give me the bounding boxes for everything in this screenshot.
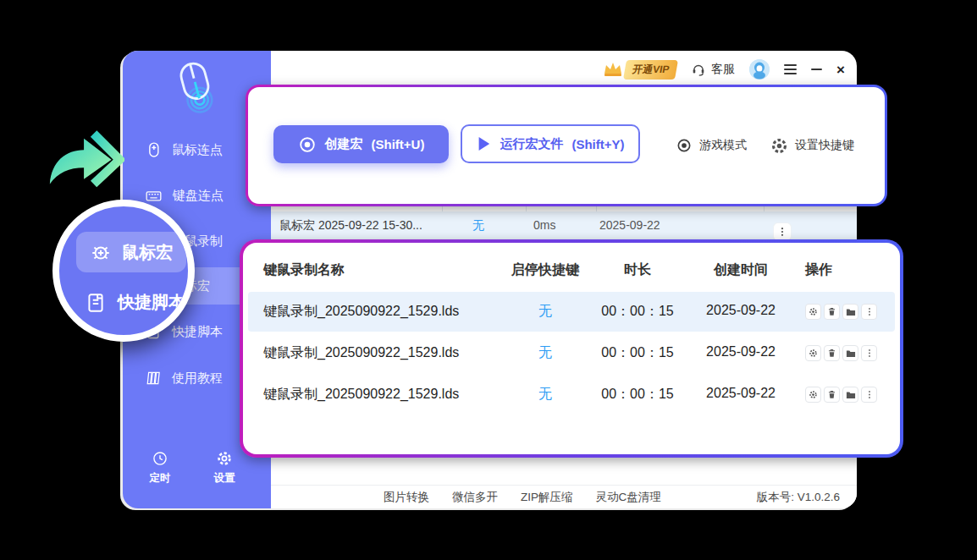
create-macro-label: 创建宏 [325, 136, 363, 152]
sidebar-settings-label: 设置 [214, 471, 235, 486]
kebab-icon[interactable] [861, 345, 877, 361]
recording-row: 键鼠录制_2025090922_1529.lds 无 00：00：15 2025… [248, 375, 895, 415]
set-hotkey-label: 设置快捷键 [795, 138, 854, 153]
footer-link-cdisk-clean[interactable]: 灵动C盘清理 [596, 490, 661, 505]
recording-name: 键鼠录制_2025090922_1529.lds [263, 303, 459, 321]
menu-button[interactable] [784, 64, 797, 74]
script-icon [85, 292, 107, 314]
col-header-name: 键鼠录制名称 [263, 261, 345, 279]
keyboard-icon [145, 187, 163, 204]
gear-icon [216, 450, 233, 467]
kebab-icon[interactable] [861, 304, 877, 320]
trash-icon[interactable] [824, 387, 840, 403]
run-macro-shortcut: (Shift+Y) [571, 137, 624, 151]
kebab-icon[interactable] [861, 387, 877, 403]
gear-icon[interactable] [805, 345, 821, 361]
minimize-button[interactable] [811, 69, 822, 70]
create-macro-shortcut: (Shift+U) [372, 137, 425, 151]
trash-icon[interactable] [824, 345, 840, 361]
stage: 鼠标连点 键盘连点 键鼠录制 鼠标宏 快捷脚本 使用教程 [0, 0, 977, 560]
version-label: 版本号: V1.0.2.6 [757, 486, 840, 508]
bug-macro-icon [90, 241, 112, 263]
game-mode-toggle[interactable]: 游戏模式 [676, 87, 747, 204]
macro-name: 鼠标宏 2025-09-22 15-30... [279, 218, 422, 233]
recording-row: 键鼠录制_2025090922_1529.lds 无 00：00：15 2025… [248, 333, 895, 373]
customer-service-button[interactable]: 客服 [691, 62, 735, 77]
macro-duration: 0ms [533, 218, 555, 232]
run-macro-file-button[interactable]: 运行宏文件 (Shift+Y) [461, 124, 640, 163]
footer-link-image-convert[interactable]: 图片转换 [384, 490, 429, 505]
clock-icon [152, 450, 168, 467]
gear-icon[interactable] [805, 387, 821, 403]
recording-hotkey: 无 [494, 303, 596, 321]
window-footer-bar: 图片转换 微信多开 ZIP解压缩 灵动C盘清理 版本号: V1.0.2.6 [271, 485, 857, 508]
game-mode-label: 游戏模式 [699, 138, 747, 153]
record-dot-icon [676, 137, 693, 154]
app-logo-mouse-icon [167, 59, 228, 115]
magnified-item-label: 鼠标宏 [122, 241, 173, 264]
sidebar-settings-button[interactable]: 设置 [201, 450, 248, 486]
customer-service-label: 客服 [711, 62, 735, 77]
open-vip-button[interactable]: 开通VIP [603, 60, 676, 80]
set-hotkey-button[interactable]: 设置快捷键 [770, 87, 854, 204]
run-macro-label: 运行宏文件 [500, 136, 563, 152]
recording-hotkey: 无 [494, 386, 596, 404]
recordings-callout-panel: 键鼠录制名称 启停快捷键 时长 创建时间 操作 键鼠录制_2025090922_… [240, 239, 903, 458]
kebab-icon[interactable] [774, 223, 791, 240]
avatar-icon [749, 59, 770, 80]
macro-hotkey: 无 [472, 218, 484, 233]
green-arrow-annotation [47, 121, 124, 189]
sidebar-timer-label: 定时 [150, 471, 171, 486]
play-icon [476, 135, 491, 152]
recording-name: 键鼠录制_2025090922_1529.lds [263, 344, 459, 362]
recording-row: 键鼠录制_2025090922_1529.lds 无 00：00：15 2025… [248, 292, 895, 332]
sidebar-item-mouse-clicker[interactable]: 鼠标连点 [133, 131, 261, 168]
close-button[interactable]: × [836, 63, 845, 77]
recording-created: 2025-09-22 [690, 386, 792, 401]
footer-links: 图片转换 微信多开 ZIP解压缩 灵动C盘清理 [384, 486, 661, 508]
col-header-duration: 时长 [587, 261, 688, 279]
footer-link-zip[interactable]: ZIP解压缩 [521, 490, 573, 505]
titlebar-controls: 开通VIP 客服 × [603, 58, 845, 81]
magnified-item-quick-script[interactable]: 快捷脚本 [85, 291, 185, 314]
sidebar-item-label: 使用教程 [172, 371, 223, 387]
recording-duration: 00：00：15 [587, 344, 688, 362]
trash-icon[interactable] [824, 304, 840, 320]
mouse-icon [145, 140, 162, 159]
footer-link-wechat-multi[interactable]: 微信多开 [452, 490, 498, 505]
recording-created: 2025-09-22 [690, 344, 792, 360]
col-header-actions: 操作 [805, 261, 832, 279]
row-actions [805, 387, 877, 403]
col-header-hotkey: 启停快捷键 [494, 261, 596, 279]
tutorial-icon [145, 370, 162, 387]
sidebar-timer-button[interactable]: 定时 [136, 450, 184, 486]
row-actions [805, 345, 877, 361]
magnified-item-mouse-macro[interactable]: 鼠标宏 [76, 232, 186, 272]
sidebar-item-label: 快捷脚本 [172, 324, 223, 340]
folder-icon[interactable] [842, 345, 858, 361]
recording-name: 键鼠录制_2025090922_1529.lds [263, 386, 459, 404]
recording-duration: 00：00：15 [587, 303, 688, 321]
recording-hotkey: 无 [494, 344, 596, 362]
background-macro-row: 鼠标宏 2025-09-22 15-30... 无 0ms 2025-09-22 [271, 211, 857, 239]
headset-icon [691, 62, 706, 77]
magnified-item-label: 快捷脚本 [118, 291, 185, 314]
record-dot-icon [298, 135, 317, 154]
recording-created: 2025-09-22 [690, 303, 792, 318]
macro-created: 2025-09-22 [599, 218, 660, 232]
folder-icon[interactable] [842, 387, 858, 403]
vip-badge-label: 开通VIP [623, 60, 678, 80]
sidebar-magnifier-circle: 鼠标宏 快捷脚本 [52, 200, 195, 342]
gear-icon[interactable] [805, 304, 821, 320]
create-macro-button[interactable]: 创建宏 (Shift+U) [273, 125, 449, 163]
row-actions [805, 304, 877, 320]
user-avatar[interactable] [749, 59, 770, 80]
toolbar-callout-panel: 创建宏 (Shift+U) 运行宏文件 (Shift+Y) 游戏模式 设置快捷键 [246, 85, 887, 206]
crown-icon [603, 61, 623, 78]
col-header-created: 创建时间 [690, 261, 792, 279]
recording-duration: 00：00：15 [587, 386, 688, 404]
gear-icon [770, 137, 788, 155]
folder-icon[interactable] [842, 304, 858, 320]
sidebar-item-label: 键盘连点 [173, 188, 224, 204]
sidebar-item-label: 鼠标连点 [172, 142, 223, 158]
